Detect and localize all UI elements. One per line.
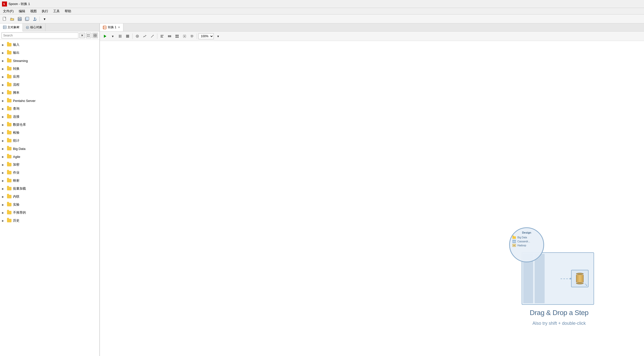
toolbar-separator-1 [40,17,40,22]
save-button[interactable] [16,16,23,22]
tree-panel[interactable]: ▶ 输入 ▶ 输出 ▶ Streaming ▶ 转换 ▶ [0,40,100,356]
menu-run[interactable]: 执行 [40,9,50,14]
svg-rect-18 [96,34,97,35]
menu-help[interactable]: 帮助 [63,9,73,14]
grid-button[interactable] [189,33,195,40]
metrics-button[interactable] [142,33,148,40]
search-expand-button[interactable] [92,33,98,38]
canvas-tab-label: 转换 1 [108,25,116,30]
export-button[interactable] [32,16,38,22]
svg-point-29 [137,36,138,37]
tree-item-streaming[interactable]: ▶ Streaming [0,57,100,65]
view-button[interactable] [134,33,140,40]
search-bar: ✕ [0,32,100,40]
tree-label-pentaho-server: Pentaho Server [13,99,36,103]
tree-item-validate[interactable]: ▶ 检验 [0,129,100,137]
arrange-button[interactable] [174,33,180,40]
pause-button[interactable] [117,33,123,40]
tree-item-mapping[interactable]: ▶ 映射 [0,177,100,185]
magnify-bigdata-row: Big Data [512,236,541,239]
stop-button[interactable] [124,33,131,40]
run-button[interactable] [102,33,108,40]
svg-rect-20 [96,36,97,37]
title-bar: S Spoon - 转换 1 [0,0,644,8]
open-button[interactable] [9,16,16,22]
canvas-area[interactable]: Design Big Data Cassandr... H Hadoop [100,41,644,356]
svg-rect-40 [176,37,177,38]
svg-rect-33 [160,36,162,37]
tree-item-statistics[interactable]: ▶ 统计 [0,137,100,145]
tree-arrow-streaming: ▶ [2,60,6,62]
tree-item-job[interactable]: ▶ 作业 [0,169,100,177]
tree-item-script[interactable]: ▶ 脚本 [0,89,100,97]
dropdown-arrow[interactable]: ▾ [41,16,48,22]
folder-icon-encrypt [7,163,12,166]
folder-icon-bulk-load [7,187,12,190]
canvas-separator-1 [132,34,132,39]
tree-item-flow[interactable]: ▶ 流程 [0,81,100,89]
menu-file[interactable]: 文件(F) [1,9,16,14]
distribute-button[interactable] [166,33,173,40]
svg-rect-32 [160,35,164,36]
folder-icon-script [7,91,12,94]
tree-item-experiment[interactable]: ▶ 实验 [0,201,100,209]
tree-label-experiment: 实验 [13,202,20,207]
align-left-button[interactable] [159,33,165,40]
tree-item-pentaho-server[interactable]: ▶ Pentaho Server [0,97,100,105]
tab-main-objects[interactable]: 主对象树 [0,24,23,32]
tab-core-objects[interactable]: 核心对象 [23,24,46,31]
snap-button[interactable] [181,33,188,40]
tree-arrow-output: ▶ [2,52,6,54]
canvas-tab-close[interactable]: ✕ [118,26,120,29]
menu-tools[interactable]: 工具 [51,9,62,14]
tree-item-bulk-load[interactable]: ▶ 批量加载 [0,185,100,193]
tree-item-bigdata[interactable]: ▶ Big Data [0,145,100,153]
search-clear-button[interactable]: ✕ [80,33,85,38]
folder-icon-flow [7,83,12,87]
menu-bar: 文件(F) 编辑 视图 执行 工具 帮助 [0,8,644,15]
svg-rect-19 [94,36,95,37]
run-dropdown[interactable]: ▾ [109,33,116,40]
dnd-subtitle: Also try shift + double-click [532,321,586,326]
dnd-diagram: Design Big Data Cassandr... H Hadoop [514,235,604,305]
tree-label-statistics: 统计 [13,138,20,143]
folder-icon-output [7,51,12,55]
tree-label-history: 历史 [13,218,20,223]
magnify-hadoop-label: Hadoop [518,244,526,247]
search-input[interactable] [2,33,78,39]
svg-text:S: S [3,3,5,6]
tree-item-inline[interactable]: ▶ 内联 [0,193,100,201]
left-panel: 主对象树 核心对象 ✕ [0,24,100,356]
search-options-button[interactable] [86,33,92,38]
zoom-select[interactable]: 100% 50% 75% 125% 150% 200% [198,33,214,39]
tree-item-datawarehouse[interactable]: ▶ 数据仓库 [0,121,100,129]
tree-label-job: 作业 [13,170,20,175]
magnify-circle: Design Big Data Cassandr... H Hadoop [509,227,544,262]
menu-view[interactable]: 视图 [28,9,39,14]
tree-label-inline: 内联 [13,194,20,199]
app-title: Spoon - 转换 1 [8,2,30,6]
tree-item-input[interactable]: ▶ 输入 [0,41,100,49]
tree-item-history[interactable]: ▶ 历史 [0,217,100,225]
new-button[interactable] [2,16,8,22]
tree-item-output[interactable]: ▶ 输出 [0,49,100,57]
folder-icon-bigdata [7,147,12,150]
metrics2-button[interactable] [149,33,156,40]
tree-label-transform: 转换 [13,67,20,71]
svg-point-13 [87,35,88,35]
tree-item-encrypt[interactable]: ▶ 加密 [0,161,100,169]
tree-item-connect[interactable]: ▶ 连接 [0,113,100,121]
tree-item-transform[interactable]: ▶ 转换 [0,65,100,73]
canvas-tab-transform1[interactable]: 转换 1 ✕ [100,24,123,31]
menu-edit[interactable]: 编辑 [17,9,27,14]
tree-item-apply[interactable]: ▶ 应用 [0,73,100,81]
svg-rect-4 [19,17,20,19]
main-layout: 主对象树 核心对象 ✕ [0,24,644,356]
tree-item-agile[interactable]: ▶ Agile [0,153,100,161]
save-all-button[interactable] [24,16,30,22]
tree-item-query[interactable]: ▶ 查询 [0,105,100,113]
zoom-dropdown[interactable]: ▾ [215,33,221,40]
svg-rect-8 [3,26,6,29]
transform-tab-icon [103,26,106,29]
tree-item-deprecated[interactable]: ▶ 不推荐的 [0,209,100,217]
